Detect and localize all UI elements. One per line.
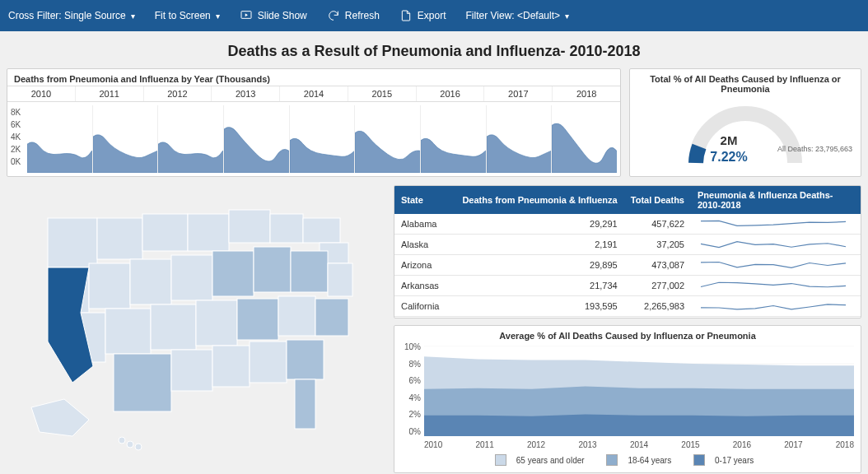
year-header: 2015 <box>348 86 417 101</box>
svg-rect-14 <box>254 247 291 292</box>
area-legend: 65 years and older 18-64 years 0-17 year… <box>394 454 861 467</box>
ytick: 6% <box>409 376 421 385</box>
us-map-panel[interactable] <box>7 185 385 473</box>
svg-rect-20 <box>196 300 237 346</box>
table-row[interactable]: California193,5952,265,983 <box>394 296 861 317</box>
th-spark[interactable]: Pneumonia & Influenza Deaths- 2010-2018 <box>691 186 861 214</box>
svg-rect-15 <box>291 251 328 292</box>
state-table: State Deaths from Pneumonia & Influenza … <box>394 186 861 318</box>
xtick: 2018 <box>836 440 854 449</box>
legend-label: 18-64 years <box>628 456 671 465</box>
export-label: Export <box>418 10 446 21</box>
area-yaxis: 10% 8% 6% 4% 2% 0% <box>399 342 421 436</box>
svg-rect-26 <box>212 346 250 387</box>
ytick: 10% <box>404 342 421 351</box>
slideshow-button[interactable]: Slide Show <box>240 9 307 22</box>
year-header: 2011 <box>76 86 144 101</box>
svg-rect-19 <box>151 304 196 350</box>
refresh-label: Refresh <box>345 10 380 21</box>
table-row[interactable]: Arizona29,895473,087 <box>394 255 861 276</box>
gauge-title: Total % of All Deaths Caused by Influenz… <box>630 69 861 94</box>
table-row[interactable]: Alabama29,291457,622 <box>394 214 861 235</box>
cell-state: California <box>394 296 455 317</box>
xtick: 2013 <box>578 440 596 449</box>
slideshow-icon <box>240 9 253 22</box>
area-title: Average % of All Deaths Caused by Influe… <box>394 326 861 342</box>
filter-view-label: Filter View: <Default> <box>466 10 561 21</box>
year-header: 2012 <box>144 86 212 101</box>
svg-rect-18 <box>105 309 151 354</box>
yearly-deaths-panel[interactable]: Deaths from Pneumonia and Influenza by Y… <box>7 68 621 177</box>
year-header: 2010 <box>7 86 76 101</box>
ytick: 6K <box>11 121 21 133</box>
refresh-button[interactable]: Refresh <box>327 9 380 22</box>
cell-state: Colorado <box>394 317 455 319</box>
th-total[interactable]: Total Deaths <box>624 186 691 214</box>
yearly-deaths-title: Deaths from Pneumonia and Influenza by Y… <box>7 69 620 86</box>
gauge-all-deaths: All Deaths: 23,795,663 <box>777 145 852 153</box>
cell-sparkline <box>691 276 861 296</box>
svg-point-30 <box>119 437 125 444</box>
svg-point-32 <box>135 444 142 450</box>
svg-rect-2 <box>97 218 142 259</box>
svg-rect-27 <box>250 342 287 383</box>
th-state[interactable]: State <box>394 186 455 214</box>
cell-sparkline <box>691 214 861 235</box>
svg-rect-21 <box>237 299 278 340</box>
ytick: 2% <box>409 410 421 419</box>
year-header: 2018 <box>553 86 620 101</box>
table-row[interactable]: Alaska2,19137,205 <box>394 235 861 255</box>
year-header: 2016 <box>417 86 485 101</box>
ytick: 2K <box>11 146 21 158</box>
chevron-down-icon: ▾ <box>131 12 135 21</box>
svg-rect-12 <box>171 255 212 300</box>
ytick: 4% <box>409 393 421 402</box>
us-map <box>15 193 377 465</box>
legend-swatch <box>693 454 705 466</box>
legend-swatch <box>495 454 506 466</box>
year-header: 2014 <box>280 86 348 101</box>
ytick: 4K <box>11 133 21 146</box>
state-table-panel[interactable]: State Deaths from Pneumonia & Influenza … <box>394 185 861 318</box>
year-header: 2013 <box>212 86 280 101</box>
cell-state: Arkansas <box>394 276 455 296</box>
yearly-yaxis: 8K 6K 4K 2K 0K <box>11 109 21 170</box>
xtick: 2017 <box>784 440 802 449</box>
table-row[interactable]: Arkansas21,734277,002 <box>394 276 861 296</box>
th-deaths[interactable]: Deaths from Pneumonia & Influenza <box>455 186 624 214</box>
svg-rect-29 <box>295 379 315 429</box>
svg-rect-23 <box>315 299 348 336</box>
cross-filter-dropdown[interactable]: Cross Filter: Single Source ▾ <box>8 10 135 21</box>
area-chart <box>424 346 854 436</box>
svg-rect-22 <box>278 296 315 336</box>
svg-rect-7 <box>303 218 340 243</box>
cell-state: Alabama <box>394 214 455 235</box>
gauge-panel[interactable]: Total % of All Deaths Caused by Influenz… <box>629 68 861 177</box>
year-header-row: 2010 2011 2012 2013 2014 2015 2016 2017 … <box>7 86 620 102</box>
export-icon <box>399 9 413 22</box>
cell-total: 277,002 <box>624 276 691 296</box>
fit-label: Fit to Screen <box>155 10 211 21</box>
cell-state: Arizona <box>394 255 455 276</box>
cell-sparkline <box>691 235 861 255</box>
xtick: 2011 <box>475 440 493 449</box>
avg-pct-area-panel[interactable]: Average % of All Deaths Caused by Influe… <box>394 325 861 473</box>
cell-deaths: 193,595 <box>455 296 624 317</box>
refresh-icon <box>327 9 340 22</box>
fit-to-screen-dropdown[interactable]: Fit to Screen ▾ <box>155 10 220 21</box>
cross-filter-label: Cross Filter: Single Source <box>8 10 126 21</box>
cell-deaths: 29,895 <box>455 255 624 276</box>
svg-rect-5 <box>229 210 270 243</box>
ytick: 0K <box>11 158 21 170</box>
cell-total: 2,265,983 <box>624 296 691 317</box>
svg-rect-3 <box>142 214 188 251</box>
filter-view-dropdown[interactable]: Filter View: <Default> ▾ <box>466 10 570 21</box>
export-button[interactable]: Export <box>399 9 446 22</box>
cell-sparkline <box>691 296 861 317</box>
table-row[interactable]: Colorado19,896316,104 <box>394 317 861 319</box>
svg-rect-13 <box>212 251 254 296</box>
chevron-down-icon: ▾ <box>565 12 569 21</box>
yearly-wave-chart <box>27 105 617 173</box>
svg-rect-24 <box>114 354 171 411</box>
xtick: 2012 <box>527 440 545 449</box>
